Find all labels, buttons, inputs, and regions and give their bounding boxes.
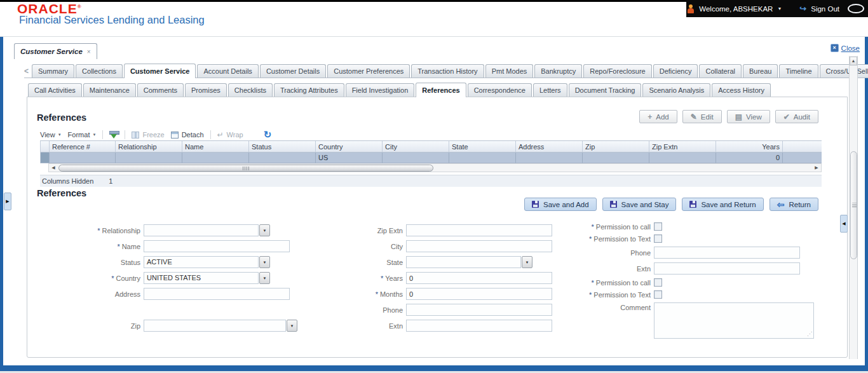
tab-collateral[interactable]: Collateral <box>699 64 741 78</box>
vertical-scrollbar[interactable]: ▲ <box>849 56 858 359</box>
edit-button[interactable]: ✎ Edit <box>682 110 722 123</box>
col-reference[interactable]: Reference # <box>50 141 116 153</box>
tab-bankruptcy[interactable]: Bankruptcy <box>534 64 582 78</box>
subtab-maintenance[interactable]: Maintenance <box>83 83 136 97</box>
tab-summary[interactable]: Summary <box>32 64 74 78</box>
permission-to-call-checkbox-1[interactable] <box>654 222 662 231</box>
subtab-scenario-analysis[interactable]: Scenario Analysis <box>642 83 710 97</box>
zip-extn-field[interactable] <box>406 224 552 236</box>
subtab-promises[interactable]: Promises <box>185 83 227 97</box>
state-select[interactable]: ▼ <box>406 256 532 268</box>
status-dropdown-icon[interactable]: ▼ <box>259 256 270 268</box>
left-panel-expander[interactable]: ▶ <box>4 193 11 210</box>
address-field[interactable] <box>144 288 290 300</box>
subtab-references[interactable]: References <box>416 83 466 97</box>
hscroll-left-icon[interactable]: ◀ <box>49 164 58 172</box>
tab-customer-preferences[interactable]: Customer Preferences <box>327 64 410 78</box>
tab-pmt-modes[interactable]: Pmt Modes <box>485 64 534 78</box>
window-tab-close-icon[interactable]: × <box>87 48 91 55</box>
save-and-stay-button[interactable]: Save and Stay <box>602 198 677 211</box>
col-status[interactable]: Status <box>249 141 316 153</box>
zip-value[interactable] <box>144 320 286 332</box>
extn-field[interactable] <box>406 320 552 332</box>
col-city[interactable]: City <box>383 141 449 153</box>
col-country[interactable]: Country <box>316 141 383 153</box>
permission-to-text-checkbox-2[interactable] <box>654 290 662 299</box>
zip-select[interactable]: ▼ <box>144 320 297 332</box>
subtab-access-history[interactable]: Access History <box>712 83 771 97</box>
welcome-caret-icon[interactable]: ▼ <box>777 6 782 11</box>
add-button[interactable]: + Add <box>639 110 677 123</box>
welcome-menu[interactable]: Welcome, ABSHEKAR <box>699 5 773 13</box>
country-select[interactable]: UNITED STATES ▼ <box>144 272 270 284</box>
phone-field[interactable] <box>406 304 552 316</box>
relationship-select[interactable]: ▼ <box>144 224 270 236</box>
save-and-return-button[interactable]: Save and Return <box>682 198 763 211</box>
country-value[interactable]: UNITED STATES <box>144 272 259 284</box>
vscroll-thumb[interactable] <box>850 151 857 259</box>
col-years[interactable]: Years <box>716 141 783 153</box>
relationship-dropdown-icon[interactable]: ▼ <box>259 224 270 236</box>
tab-deficiency[interactable]: Deficiency <box>653 64 698 78</box>
window-tab-customer-service[interactable]: Customer Service × <box>14 43 97 59</box>
hscroll-right-icon[interactable]: ▶ <box>812 164 821 172</box>
col-name[interactable]: Name <box>182 141 249 153</box>
return-button[interactable]: ⇦ Return <box>770 198 818 211</box>
col-address[interactable]: Address <box>516 141 583 153</box>
state-value[interactable] <box>406 256 521 268</box>
query-by-example-icon[interactable] <box>109 131 118 139</box>
right-phone-field[interactable] <box>654 247 800 259</box>
tab-customer-service[interactable]: Customer Service <box>124 64 196 78</box>
tab-customer-details[interactable]: Customer Details <box>260 64 326 78</box>
subtab-letters[interactable]: Letters <box>533 83 567 97</box>
tab-account-details[interactable]: Account Details <box>197 64 258 78</box>
refresh-icon[interactable]: ↻ <box>264 129 272 140</box>
view-menu[interactable]: View ▼ <box>40 131 62 139</box>
subtab-field-investigation[interactable]: Field Investigation <box>346 83 415 97</box>
subtab-document-tracking[interactable]: Document Tracking <box>569 83 642 97</box>
tab-scroll-left-icon[interactable]: < <box>24 67 32 78</box>
country-dropdown-icon[interactable]: ▼ <box>259 272 270 284</box>
col-state[interactable]: State <box>449 141 516 153</box>
resize-grip-icon[interactable]: ⋰ <box>807 331 812 337</box>
col-relationship[interactable]: Relationship <box>116 141 182 153</box>
sign-out-link[interactable]: Sign Out <box>811 5 839 13</box>
permission-to-text-checkbox-1[interactable] <box>654 234 662 243</box>
table-row[interactable]: US 0 <box>41 153 822 163</box>
state-dropdown-icon[interactable]: ▼ <box>522 256 532 268</box>
status-value[interactable]: ACTIVE <box>144 256 259 268</box>
hscroll-thumb[interactable] <box>58 165 433 172</box>
comment-field[interactable] <box>654 302 814 339</box>
tab-cross-up-sell[interactable]: Cross/Up Sell <box>820 64 868 78</box>
status-select[interactable]: ACTIVE ▼ <box>144 256 270 268</box>
col-zip[interactable]: Zip <box>583 141 649 153</box>
row-selector-cell[interactable] <box>41 153 50 163</box>
name-field[interactable] <box>144 240 290 252</box>
vscroll-up-icon[interactable]: ▲ <box>850 57 857 65</box>
zip-dropdown-icon[interactable]: ▼ <box>287 320 297 332</box>
years-field[interactable] <box>406 272 552 284</box>
view-button[interactable]: ▤ View <box>727 110 770 123</box>
tab-timeline[interactable]: Timeline <box>779 64 818 78</box>
detach-button[interactable]: Detach <box>171 131 204 139</box>
right-panel-expander[interactable]: ◀ <box>840 215 848 233</box>
format-menu[interactable]: Format ▼ <box>68 131 97 139</box>
freeze-button[interactable]: Freeze <box>132 131 164 139</box>
relationship-value[interactable] <box>144 224 259 236</box>
audit-button[interactable]: ✔ Audit <box>775 110 818 123</box>
subtab-tracking-attributes[interactable]: Tracking Attributes <box>274 83 344 97</box>
horizontal-scrollbar[interactable]: ◀ ▶ <box>48 163 822 172</box>
tab-transaction-history[interactable]: Transaction History <box>411 64 484 78</box>
subtab-call-activities[interactable]: Call Activities <box>28 83 82 97</box>
wrap-button[interactable]: ↵ Wrap <box>217 130 243 139</box>
col-zip-extn[interactable]: Zip Extn <box>649 141 716 153</box>
close-button[interactable]: × Close <box>831 44 860 52</box>
tab-collections[interactable]: Collections <box>76 64 123 78</box>
subtab-correspondence[interactable]: Correspondence <box>468 83 532 97</box>
subtab-comments[interactable]: Comments <box>137 83 184 97</box>
permission-to-call-checkbox-2[interactable] <box>654 278 662 287</box>
right-extn-field[interactable] <box>654 262 800 275</box>
tab-repo-foreclosure[interactable]: Repo/Foreclosure <box>583 64 651 78</box>
months-field[interactable] <box>406 288 552 300</box>
tab-bureau[interactable]: Bureau <box>743 64 778 78</box>
